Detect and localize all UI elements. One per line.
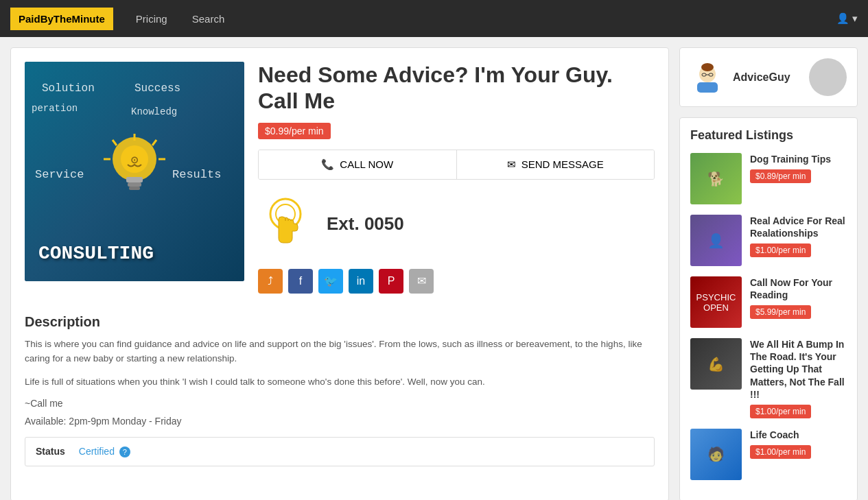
featured-item-title-1: Real Advice For Real Realationships xyxy=(750,215,847,239)
listing-title: Need Some Advice? I'm Your Guy. Call Me xyxy=(258,62,655,115)
description-callme: ~Call me xyxy=(25,398,655,409)
linkedin-icon[interactable]: in xyxy=(349,269,373,294)
twitter-icon[interactable]: 🐦 xyxy=(318,269,343,294)
svg-line-3 xyxy=(113,140,117,145)
send-message-button[interactable]: ✉ SEND MESSAGE xyxy=(457,150,655,179)
main-content: Solution Success peration Knowledg Servi… xyxy=(10,47,669,500)
call-now-label: CALL NOW xyxy=(340,158,393,170)
listing-details: Need Some Advice? I'm Your Guy. Call Me … xyxy=(258,62,655,300)
description-paragraph-2: Life is full of situations when you thin… xyxy=(25,374,655,390)
svg-text:⊙: ⊙ xyxy=(130,154,139,165)
svg-rect-8 xyxy=(128,182,141,187)
info-icon[interactable]: ? xyxy=(119,447,130,457)
svg-point-16 xyxy=(701,63,714,71)
avatar-placeholder xyxy=(809,58,847,96)
advisor-name: AdviceGuy xyxy=(733,71,790,84)
featured-item-price-3: $1.00/per min xyxy=(750,405,811,418)
featured-section: Featured Listings 🐕 Dog Training Tips $0… xyxy=(679,117,858,500)
consulting-label: CONSULTING xyxy=(38,243,154,264)
featured-item-price-4: $1.00/per min xyxy=(750,445,811,459)
featured-item-4[interactable]: 🧑 Life Coach $1.00/per min xyxy=(690,429,847,480)
sidebar: AdviceGuy Featured Listings 🐕 Dog Traini… xyxy=(679,47,858,500)
user-menu[interactable]: 👤 ▾ xyxy=(836,12,858,25)
phone-icon: 📞 xyxy=(321,158,334,171)
advisor-card: AdviceGuy xyxy=(679,47,858,107)
description-section: Description This is where you can find g… xyxy=(25,314,655,466)
featured-item-title-3: We All Hit A Bump In The Road. It's Your… xyxy=(750,338,847,401)
email-icon[interactable]: ✉ xyxy=(409,269,434,294)
status-row: Status Certified ? xyxy=(25,437,655,466)
call-now-button[interactable]: 📞 CALL NOW xyxy=(259,150,457,179)
featured-thumb-2: PSYCHICOPEN xyxy=(690,276,742,328)
facebook-icon[interactable]: f xyxy=(288,269,313,294)
svg-rect-7 xyxy=(126,177,143,182)
featured-thumb-4: 🧑 xyxy=(690,429,742,480)
svg-rect-9 xyxy=(129,187,140,190)
status-label: Status xyxy=(36,446,65,457)
featured-item-price-0: $0.89/per min xyxy=(750,169,811,183)
lightbulb-icon: ⊙ xyxy=(100,130,169,213)
featured-thumb-3: 💪 xyxy=(690,338,742,390)
share-icon[interactable]: ⤴ xyxy=(258,269,283,294)
featured-title: Featured Listings xyxy=(690,128,847,143)
call-ext-area: Ext. 0050 xyxy=(258,193,655,255)
listing-image: Solution Success peration Knowledg Servi… xyxy=(25,62,244,281)
nav-pricing[interactable]: Pricing xyxy=(124,13,180,25)
send-icon: ✉ xyxy=(507,158,516,171)
featured-info-0: Dog Training Tips $0.89/per min xyxy=(750,153,847,204)
featured-item-title-0: Dog Training Tips xyxy=(750,153,847,165)
tap-icon xyxy=(258,193,313,255)
status-certified[interactable]: Certified ? xyxy=(79,446,130,457)
pinterest-icon[interactable]: P xyxy=(379,269,403,294)
featured-info-4: Life Coach $1.00/per min xyxy=(750,429,847,480)
featured-info-2: Call Now For Your Reading $5.99/per min xyxy=(750,276,847,328)
featured-item-3[interactable]: 💪 We All Hit A Bump In The Road. It's Yo… xyxy=(690,338,847,418)
featured-info-3: We All Hit A Bump In The Road. It's Your… xyxy=(750,338,847,418)
brand-logo[interactable]: PaidByTheMinute xyxy=(10,8,113,30)
featured-thumb-1: 👤 xyxy=(690,215,742,266)
send-message-label: SEND MESSAGE xyxy=(521,158,604,170)
description-availability: Available: 2pm-9pm Monday - Friday xyxy=(25,416,655,427)
description-title: Description xyxy=(25,314,655,330)
nav-search[interactable]: Search xyxy=(180,13,237,25)
page-wrapper: Solution Success peration Knowledg Servi… xyxy=(0,37,868,500)
description-paragraph-1: This is where you can find guidance and … xyxy=(25,337,655,366)
svg-rect-14 xyxy=(697,82,718,93)
navbar: PaidByTheMinute Pricing Search 👤 ▾ xyxy=(0,0,868,37)
action-buttons: 📞 CALL NOW ✉ SEND MESSAGE xyxy=(258,150,655,180)
featured-item-price-1: $1.00/per min xyxy=(750,243,811,257)
featured-item-title-4: Life Coach xyxy=(750,429,847,441)
featured-info-1: Real Advice For Real Realationships $1.0… xyxy=(750,215,847,266)
featured-item-0[interactable]: 🐕 Dog Training Tips $0.89/per min xyxy=(690,153,847,204)
price-badge: $0.99/per min xyxy=(258,123,331,139)
featured-thumb-0: 🐕 xyxy=(690,153,742,204)
svg-line-5 xyxy=(152,140,156,145)
featured-item-price-2: $5.99/per min xyxy=(750,305,811,319)
featured-item-1[interactable]: 👤 Real Advice For Real Realationships $1… xyxy=(690,215,847,266)
advisor-cartoon-icon xyxy=(690,60,725,95)
featured-item-2[interactable]: PSYCHICOPEN Call Now For Your Reading $5… xyxy=(690,276,847,328)
extension-number: Ext. 0050 xyxy=(327,213,404,235)
listing-top: Solution Success peration Knowledg Servi… xyxy=(25,62,655,300)
featured-item-title-2: Call Now For Your Reading xyxy=(750,276,847,301)
social-icons: ⤴ f 🐦 in P ✉ xyxy=(258,269,655,294)
